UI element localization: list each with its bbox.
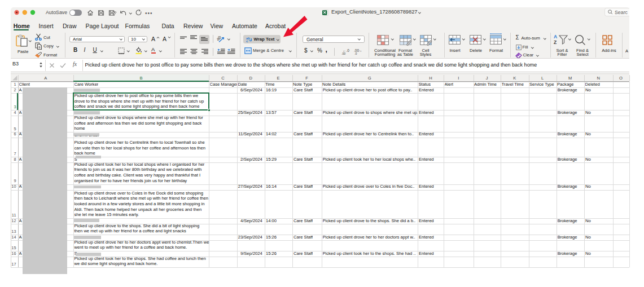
svg-text:.00: .00 (341, 52, 345, 55)
svg-text:c: c (246, 39, 248, 43)
svg-text:Z: Z (554, 39, 557, 45)
svg-text:.0: .0 (354, 52, 357, 55)
svg-text:A: A (554, 34, 557, 39)
svg-text:→: → (358, 48, 362, 52)
